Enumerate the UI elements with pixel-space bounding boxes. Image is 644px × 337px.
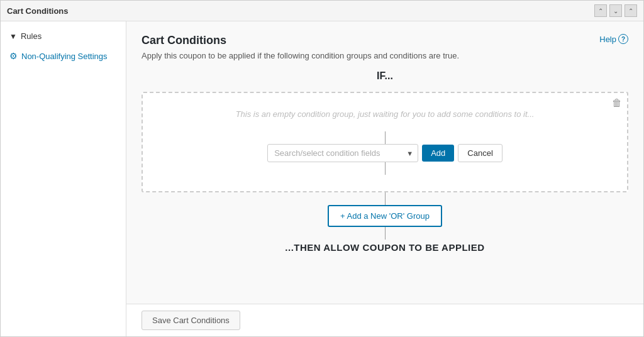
sidebar-item-non-qualifying[interactable]: ⚙ Non-Qualifying Settings (1, 46, 126, 66)
add-button[interactable]: Add (422, 145, 454, 162)
cancel-button[interactable]: Cancel (458, 144, 502, 162)
chevron-down-btn[interactable]: ⌄ (609, 4, 622, 17)
search-select-input[interactable]: Search/select condition fields (267, 144, 418, 162)
window-title: Cart Conditions (7, 6, 69, 16)
content-header: Cart Conditions Help ? (142, 34, 628, 47)
save-conditions-button[interactable]: Save Cart Conditions (142, 311, 240, 330)
window-controls: ⌃ ⌄ ⌃ (594, 4, 637, 17)
after-group-section: + Add a New 'OR' Group ...THEN ALLOW COU… (142, 192, 628, 253)
page-title: Cart Conditions (142, 34, 226, 47)
connector-line-after (385, 227, 386, 240)
sidebar-item-non-qualifying-label: Non-Qualifying Settings (21, 52, 108, 61)
then-label: ...THEN ALLOW COUPON TO BE APPLIED (285, 242, 484, 253)
subtitle: Apply this coupon to be applied if the f… (142, 51, 628, 60)
add-or-group-button[interactable]: + Add a New 'OR' Group (328, 205, 442, 227)
connector-line-mid (385, 192, 386, 205)
sidebar: ▼ Rules ⚙ Non-Qualifying Settings (1, 21, 126, 336)
search-row: Search/select condition fields ▼ Add Can… (267, 144, 502, 162)
sidebar-item-rules-label: Rules (21, 31, 42, 41)
app-window: Cart Conditions ⌃ ⌄ ⌃ ▼ Rules ⚙ Non-Qual… (0, 0, 644, 337)
connector-line-bottom (385, 162, 386, 175)
connector-line-top (385, 131, 386, 144)
sidebar-item-rules[interactable]: ▼ Rules (1, 26, 126, 46)
gear-icon: ⚙ (9, 51, 18, 61)
help-icon: ? (618, 34, 628, 44)
if-label: IF... (142, 70, 628, 82)
content-area: Cart Conditions Help ? Apply this coupon… (126, 21, 643, 304)
chevron-up-btn[interactable]: ⌃ (594, 4, 607, 17)
search-select-wrapper: Search/select condition fields ▼ (267, 144, 418, 162)
empty-group-text: This is an empty condition group, just w… (236, 109, 535, 119)
delete-group-button[interactable]: 🗑 (612, 98, 622, 108)
main-layout: ▼ Rules ⚙ Non-Qualifying Settings Cart C… (1, 21, 643, 336)
title-bar: Cart Conditions ⌃ ⌄ ⌃ (1, 1, 643, 21)
help-link[interactable]: Help ? (599, 34, 628, 44)
chevron-up2-btn[interactable]: ⌃ (625, 4, 637, 17)
condition-group: 🗑 This is an empty condition group, just… (142, 92, 628, 192)
filter-icon: ▼ (9, 32, 17, 41)
help-label: Help (599, 35, 616, 44)
footer-bar: Save Cart Conditions (126, 304, 643, 336)
